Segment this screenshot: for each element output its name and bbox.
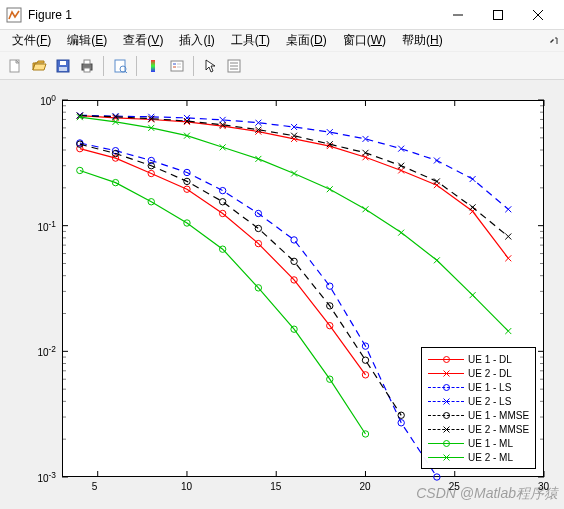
- svg-point-138: [434, 474, 440, 480]
- open-button[interactable]: [28, 55, 50, 77]
- svg-point-170: [255, 225, 261, 231]
- svg-rect-2: [494, 10, 503, 19]
- menu-tools[interactable]: 工具(T): [223, 30, 278, 51]
- property-inspector-button[interactable]: [223, 55, 245, 77]
- legend[interactable]: UE 1 - DLUE 2 - DLUE 1 - LSUE 2 - LSUE 1…: [421, 347, 536, 469]
- menu-window[interactable]: 窗口(W): [335, 30, 394, 51]
- toolbar-separator: [103, 56, 104, 76]
- svg-line-3: [533, 10, 543, 20]
- legend-label: UE 1 - ML: [468, 438, 513, 449]
- legend-entry[interactable]: UE 1 - LS: [428, 380, 529, 394]
- svg-rect-8: [59, 67, 67, 71]
- minimize-button[interactable]: [438, 0, 478, 30]
- svg-point-239: [443, 384, 449, 390]
- svg-point-242: [443, 412, 449, 418]
- legend-label: UE 2 - LS: [468, 396, 511, 407]
- menu-view[interactable]: 查看(V): [115, 30, 171, 51]
- legend-entry[interactable]: UE 2 - ML: [428, 450, 529, 464]
- svg-point-201: [77, 167, 83, 173]
- svg-line-14: [125, 71, 127, 73]
- insert-legend-button[interactable]: [166, 55, 188, 77]
- window-titlebar: Figure 1: [0, 0, 564, 30]
- toolbar: [0, 52, 564, 80]
- close-button[interactable]: [518, 0, 558, 30]
- print-button[interactable]: [76, 55, 98, 77]
- legend-entry[interactable]: UE 1 - ML: [428, 436, 529, 450]
- svg-rect-7: [60, 61, 66, 65]
- svg-point-101: [362, 372, 368, 378]
- menu-help[interactable]: 帮助(H): [394, 30, 451, 51]
- svg-point-236: [443, 356, 449, 362]
- app-icon: [6, 7, 22, 23]
- legend-entry[interactable]: UE 1 - MMSE: [428, 408, 529, 422]
- svg-rect-15: [151, 60, 155, 72]
- svg-point-169: [219, 199, 225, 205]
- menu-edit[interactable]: 编辑(E): [59, 30, 115, 51]
- menu-overflow-icon[interactable]: [546, 30, 560, 52]
- menu-insert[interactable]: 插入(I): [171, 30, 222, 51]
- legend-label: UE 2 - ML: [468, 452, 513, 463]
- legend-entry[interactable]: UE 2 - MMSE: [428, 422, 529, 436]
- svg-point-245: [443, 440, 449, 446]
- legend-label: UE 1 - LS: [468, 382, 511, 393]
- insert-colorbar-button[interactable]: [142, 55, 164, 77]
- edit-plot-button[interactable]: [199, 55, 221, 77]
- svg-point-135: [327, 283, 333, 289]
- figure-canvas[interactable]: 5101520253010-310-210-1100 UE 1 - DLUE 2…: [0, 80, 564, 509]
- menu-desktop[interactable]: 桌面(D): [278, 30, 335, 51]
- legend-entry[interactable]: UE 1 - DL: [428, 352, 529, 366]
- legend-entry[interactable]: UE 2 - DL: [428, 366, 529, 380]
- svg-point-171: [291, 258, 297, 264]
- menubar: 文件(F) 编辑(E) 查看(V) 插入(I) 工具(T) 桌面(D) 窗口(W…: [0, 30, 564, 52]
- legend-entry[interactable]: UE 2 - LS: [428, 394, 529, 408]
- menu-file[interactable]: 文件(F): [4, 30, 59, 51]
- legend-label: UE 2 - DL: [468, 368, 512, 379]
- legend-label: UE 1 - DL: [468, 354, 512, 365]
- svg-rect-16: [171, 61, 183, 71]
- svg-rect-11: [84, 68, 90, 72]
- legend-label: UE 2 - MMSE: [468, 424, 529, 435]
- toolbar-separator: [136, 56, 137, 76]
- legend-label: UE 1 - MMSE: [468, 410, 529, 421]
- toolbar-separator: [193, 56, 194, 76]
- svg-point-173: [362, 357, 368, 363]
- svg-rect-10: [84, 60, 90, 64]
- svg-line-4: [533, 10, 543, 20]
- save-button[interactable]: [52, 55, 74, 77]
- maximize-button[interactable]: [478, 0, 518, 30]
- new-figure-button[interactable]: [4, 55, 26, 77]
- print-preview-button[interactable]: [109, 55, 131, 77]
- watermark-text: CSDN @Matlab程序猿: [416, 485, 558, 503]
- window-title: Figure 1: [28, 8, 438, 22]
- svg-point-132: [219, 187, 225, 193]
- svg-point-134: [291, 237, 297, 243]
